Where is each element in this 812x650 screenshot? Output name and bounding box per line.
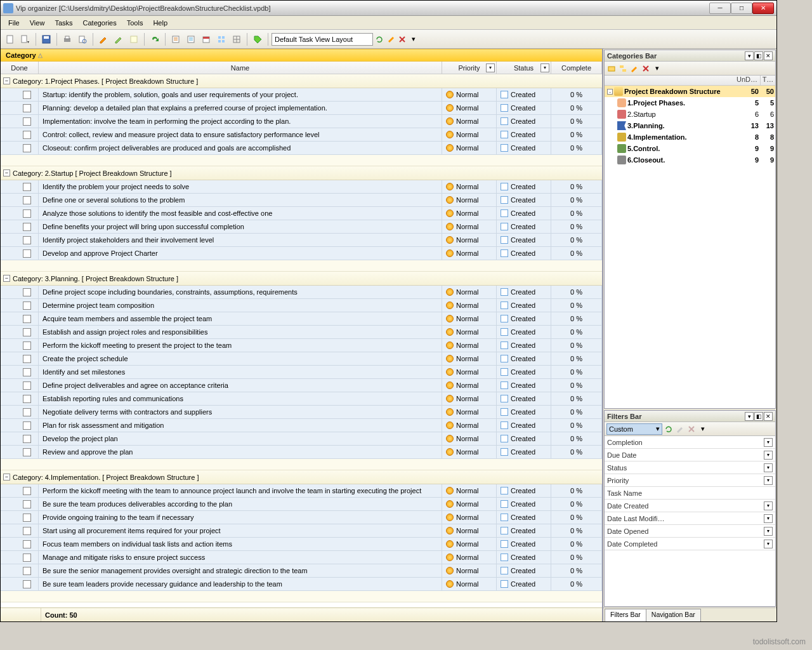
done-checkbox[interactable] (23, 554, 31, 562)
panel-menu-icon[interactable]: ▾ (745, 412, 754, 421)
filter-row[interactable]: Date Completed▾ (605, 538, 775, 550)
task-row[interactable]: Establish and assign project roles and r… (1, 326, 602, 339)
calendar-icon[interactable] (199, 32, 213, 46)
done-checkbox[interactable] (23, 567, 31, 575)
done-checkbox[interactable] (23, 514, 31, 522)
tab-navigation[interactable]: Navigation Bar (646, 609, 701, 621)
expand-icon[interactable]: − (3, 275, 10, 282)
task-row[interactable]: Be sure team leaders provide necessary g… (1, 578, 602, 591)
panel-menu-icon[interactable]: ▾ (745, 51, 754, 60)
task-row[interactable]: Be sure the team produces deliverables a… (1, 498, 602, 511)
task-row[interactable]: Control: collect, review and measure pro… (1, 128, 602, 142)
task-row[interactable]: Acquire team members and assemble the pr… (1, 312, 602, 326)
edit-icon[interactable] (96, 32, 110, 46)
task-row[interactable]: Determine project team compositionNormal… (1, 299, 602, 312)
column-priority[interactable]: Priority▾ (442, 62, 497, 74)
task-row[interactable]: Identify project stakeholders and their … (1, 234, 602, 247)
done-checkbox[interactable] (23, 395, 31, 403)
done-checkbox[interactable] (23, 236, 31, 244)
panel-close-icon[interactable]: ✕ (764, 51, 773, 60)
tree-item[interactable]: 6.Closeout.99 (605, 154, 775, 166)
filter-dropdown-icon[interactable]: ▾ (764, 514, 773, 523)
task-row[interactable]: Manage and mitigate risks to ensure proj… (1, 551, 602, 564)
task-row[interactable]: Planning: develop a detailed plan that e… (1, 102, 602, 115)
done-checkbox[interactable] (23, 487, 31, 495)
column-complete[interactable]: Complete (551, 62, 602, 74)
tree-item[interactable]: 1.Project Phases.55 (605, 97, 775, 109)
grid-icon[interactable] (214, 32, 228, 46)
done-checkbox[interactable] (23, 144, 31, 152)
filter-dropdown-icon[interactable]: ▾ (764, 451, 773, 460)
panel-pin-icon[interactable]: ◧ (754, 51, 763, 60)
filter-row[interactable]: Task Name (605, 487, 775, 500)
filter-dropdown-icon[interactable]: ▾ (764, 540, 773, 548)
grid2-icon[interactable] (230, 32, 244, 46)
menu-tasks[interactable]: Tasks (49, 17, 77, 29)
group-by-bar[interactable]: Category △ (1, 49, 602, 62)
category-row[interactable]: −Category: 3.Planning. [ Project Breakdo… (1, 272, 602, 286)
layout-select[interactable]: Default Task View Layout (272, 33, 373, 46)
close-button[interactable]: ✕ (752, 3, 774, 14)
status-filter-icon[interactable]: ▾ (540, 63, 549, 72)
layout-delete-icon[interactable] (397, 34, 407, 44)
filter-more-icon[interactable]: ▾ (698, 424, 708, 434)
menu-view[interactable]: View (25, 17, 50, 29)
done-checkbox[interactable] (23, 540, 31, 548)
menu-help[interactable]: Help (148, 17, 173, 29)
tree-item[interactable]: 2.Startup66 (605, 109, 775, 120)
new-file-icon[interactable] (3, 32, 17, 46)
task-row[interactable]: Develop and approve Project CharterNorma… (1, 247, 602, 260)
done-checkbox[interactable] (23, 527, 31, 535)
done-checkbox[interactable] (23, 249, 31, 258)
filter-row[interactable]: Date Last Modifi…▾ (605, 512, 775, 525)
layout-more-icon[interactable]: ▾ (409, 34, 419, 44)
tree-expand-icon[interactable]: - (607, 89, 613, 95)
filter-dropdown-icon[interactable]: ▾ (764, 527, 773, 536)
task-row[interactable]: Define project scope including boundarie… (1, 286, 602, 299)
task-row[interactable]: Create the project scheduleNormalCreated… (1, 352, 602, 366)
task-row[interactable]: Plan for risk assessment and mitigationN… (1, 419, 602, 432)
filter-dropdown-icon[interactable]: ▾ (764, 438, 773, 447)
filter-row[interactable]: Priority▾ (605, 474, 775, 487)
layout-save-icon[interactable] (386, 34, 396, 44)
task-row[interactable]: Implementation: involve the team in perf… (1, 115, 602, 128)
done-checkbox[interactable] (23, 104, 31, 112)
menu-file[interactable]: File (3, 17, 25, 29)
task-row[interactable]: Provide ongoing training to the team if … (1, 511, 602, 524)
expand-icon[interactable]: − (3, 77, 10, 84)
filter-row[interactable]: Status▾ (605, 461, 775, 474)
layout-refresh-icon[interactable] (374, 34, 384, 44)
task-row[interactable]: Perform the kickoff meeting to present t… (1, 339, 602, 352)
task-row[interactable]: Establish reporting rules and communicat… (1, 392, 602, 406)
category-row[interactable]: −Category: 2.Startup [ Project Breakdown… (1, 166, 602, 180)
task-row[interactable]: Define project deliverables and agree on… (1, 379, 602, 392)
tag-icon[interactable] (251, 32, 265, 46)
panel-close-icon[interactable]: ✕ (764, 412, 773, 421)
done-checkbox[interactable] (23, 355, 31, 363)
task-row[interactable]: Review and approve the planNormalCreated… (1, 446, 602, 459)
done-checkbox[interactable] (23, 302, 31, 310)
filter-dropdown-icon[interactable]: ▾ (764, 463, 773, 472)
cat-delete-icon[interactable] (641, 63, 651, 74)
category-row[interactable]: −Category: 1.Project Phases. [ Project B… (1, 74, 602, 88)
done-checkbox[interactable] (23, 288, 31, 296)
done-checkbox[interactable] (23, 328, 31, 336)
done-checkbox[interactable] (23, 117, 31, 126)
task-row[interactable]: Start using all procurement items requir… (1, 524, 602, 538)
done-checkbox[interactable] (23, 421, 31, 430)
filter-edit-icon[interactable] (675, 424, 685, 434)
category-row[interactable]: −Category: 4.Implementation. [ Project B… (1, 470, 602, 484)
filter-dropdown-icon[interactable]: ▾ (764, 476, 773, 485)
expand-icon[interactable]: − (3, 169, 10, 176)
print-preview-icon[interactable] (75, 32, 89, 46)
task-row[interactable]: Be sure the senior management provides o… (1, 564, 602, 578)
column-name[interactable]: Name (39, 62, 442, 74)
task-row[interactable]: Negotiate delivery terms with contractor… (1, 406, 602, 419)
tree-item[interactable]: 4.Implementation.88 (605, 131, 775, 143)
done-checkbox[interactable] (23, 342, 31, 350)
redo-icon[interactable] (148, 32, 162, 46)
tree-item[interactable]: 5.Control.99 (605, 143, 775, 154)
done-checkbox[interactable] (23, 580, 31, 588)
tree-item[interactable]: -Project Breakdown Structure5050 (605, 86, 775, 97)
done-checkbox[interactable] (23, 196, 31, 204)
